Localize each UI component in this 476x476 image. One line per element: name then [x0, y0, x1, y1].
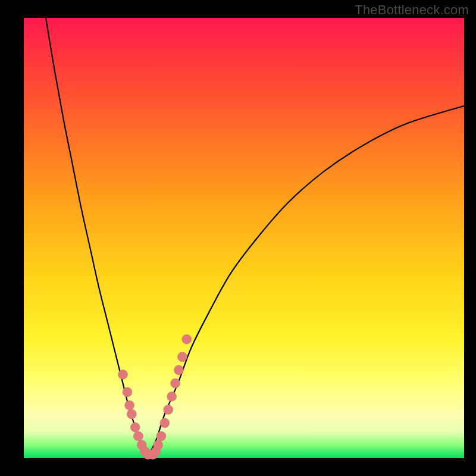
marker-dot — [174, 365, 183, 375]
marker-dot — [156, 431, 166, 441]
marker-dot — [177, 352, 187, 362]
marker-dot — [160, 418, 170, 428]
marker-dots — [118, 334, 192, 459]
watermark-text: TheBottleneck.com — [355, 2, 469, 18]
marker-dot — [127, 409, 136, 419]
curves-layer — [24, 18, 464, 458]
marker-dot — [182, 334, 192, 344]
plot-area — [24, 18, 464, 458]
marker-dot — [123, 387, 132, 397]
marker-dot — [154, 440, 163, 450]
marker-dot — [130, 422, 140, 432]
marker-dot — [125, 400, 134, 410]
right-curve — [147, 106, 464, 458]
marker-dot — [171, 378, 180, 388]
marker-dot — [118, 369, 128, 379]
marker-dot — [164, 405, 173, 415]
chart-frame: TheBottleneck.com — [0, 0, 476, 476]
marker-dot — [167, 392, 177, 401]
marker-dot — [133, 431, 143, 441]
